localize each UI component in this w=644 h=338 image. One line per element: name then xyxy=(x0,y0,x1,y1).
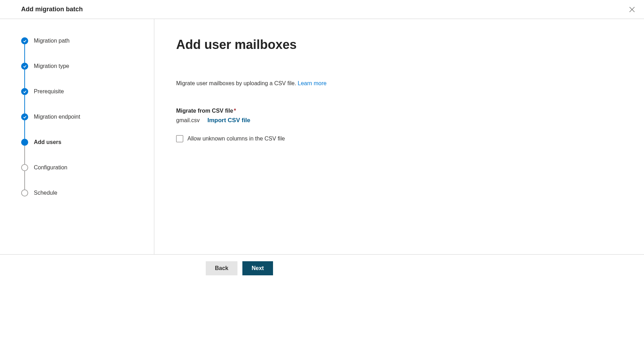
csv-field-label: Migrate from CSV file* xyxy=(176,108,623,114)
step-label: Prerequisite xyxy=(34,88,64,95)
import-csv-link[interactable]: Import CSV file xyxy=(208,117,250,124)
step-label: Migration endpoint xyxy=(34,114,80,120)
step-connector xyxy=(24,95,25,113)
next-button[interactable]: Next xyxy=(242,261,273,275)
step-connector xyxy=(24,120,25,139)
check-icon xyxy=(21,37,28,44)
step-schedule: Schedule xyxy=(21,189,143,196)
check-icon xyxy=(21,63,28,70)
header-title: Add migration batch xyxy=(21,6,83,13)
step-migration-endpoint[interactable]: Migration endpoint xyxy=(21,113,143,139)
pending-step-icon xyxy=(21,164,28,171)
allow-unknown-columns-checkbox[interactable] xyxy=(176,135,183,142)
step-configuration: Configuration xyxy=(21,164,143,189)
step-label: Migration type xyxy=(34,63,69,69)
step-connector xyxy=(24,146,25,164)
required-asterisk: * xyxy=(234,108,236,114)
step-label: Migration path xyxy=(34,38,69,44)
step-connector xyxy=(24,171,25,189)
current-step-icon xyxy=(21,139,28,146)
step-label: Add users xyxy=(34,139,61,145)
main-content: Add user mailboxes Migrate user mailboxe… xyxy=(154,19,644,254)
csv-file-row: gmail.csv Import CSV file xyxy=(176,117,623,124)
field-label-text: Migrate from CSV file xyxy=(176,108,233,114)
checkbox-label: Allow unknown columns in the CSV file xyxy=(187,136,285,142)
close-icon xyxy=(629,7,635,12)
step-connector xyxy=(24,70,25,88)
back-button[interactable]: Back xyxy=(206,261,237,275)
check-icon xyxy=(21,113,28,120)
step-prerequisite[interactable]: Prerequisite xyxy=(21,88,143,113)
step-label: Configuration xyxy=(34,164,67,171)
step-add-users[interactable]: Add users xyxy=(21,139,143,164)
csv-file-name: gmail.csv xyxy=(176,117,200,124)
step-migration-path[interactable]: Migration path xyxy=(21,37,143,63)
description-text: Migrate user mailboxes by uploading a CS… xyxy=(176,80,298,86)
page-description: Migrate user mailboxes by uploading a CS… xyxy=(176,80,623,87)
close-button[interactable] xyxy=(628,5,636,14)
footer-bar: Back Next xyxy=(0,254,644,282)
learn-more-link[interactable]: Learn more xyxy=(298,80,327,86)
wizard-steps: Migration path Migration type Prerequisi… xyxy=(21,37,143,196)
step-migration-type[interactable]: Migration type xyxy=(21,63,143,88)
pending-step-icon xyxy=(21,189,28,196)
step-label: Schedule xyxy=(34,190,57,196)
wizard-sidebar: Migration path Migration type Prerequisi… xyxy=(0,19,154,254)
header-bar: Add migration batch xyxy=(0,0,644,19)
allow-unknown-columns-row: Allow unknown columns in the CSV file xyxy=(176,135,623,142)
check-icon xyxy=(21,88,28,95)
step-connector xyxy=(24,44,25,63)
page-heading: Add user mailboxes xyxy=(176,37,623,52)
